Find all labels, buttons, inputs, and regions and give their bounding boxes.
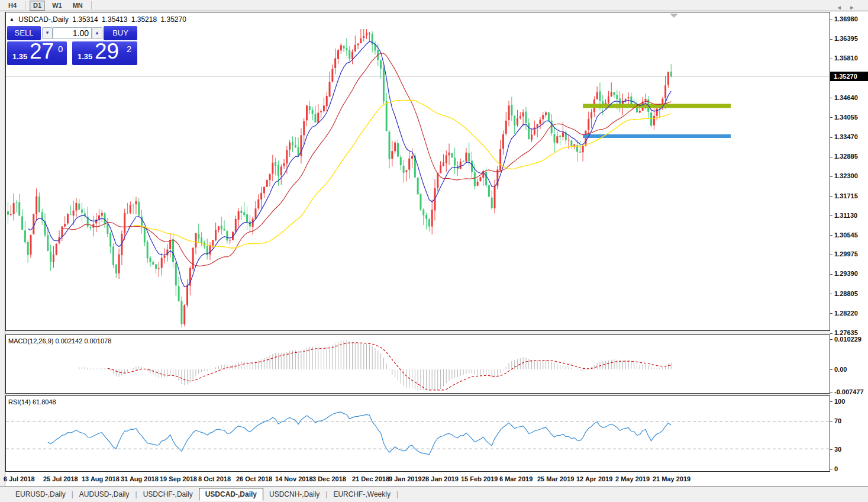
buy-price-box[interactable]: 1.35 29 2	[72, 41, 137, 65]
tab-usdcad-daily[interactable]: USDCAD-,Daily	[199, 488, 263, 501]
price-axis[interactable]: 1.369801.363951.358101.346401.340551.334…	[830, 12, 868, 486]
buy-price-pip: 2	[127, 44, 131, 54]
price-tick-label: 1.34055	[834, 114, 858, 121]
price-tick-mark	[830, 196, 832, 197]
macd-histogram	[79, 340, 671, 390]
collapse-triangle-icon[interactable]: ▲	[9, 17, 14, 22]
date-tick-label: 31 Aug 2018	[121, 475, 159, 482]
price-tick-mark	[830, 235, 832, 236]
lot-size-input[interactable]	[53, 27, 92, 39]
price-tick-mark	[830, 20, 832, 20]
price-tick-label: 1.32885	[834, 153, 858, 160]
tab-audusd-daily[interactable]: AUDUSD-,Daily	[73, 488, 135, 500]
chart-shift-marker-icon[interactable]	[670, 14, 678, 18]
dock-strip	[0, 12, 5, 502]
price-tick-label: 1.32300	[834, 172, 858, 179]
macd-tick-label: -0.007477	[834, 388, 864, 395]
price-tick-mark	[830, 294, 832, 294]
sell-price-main: 27	[30, 39, 54, 64]
timeframe-button-mn[interactable]: MN	[69, 1, 86, 11]
tab-separator: |	[396, 490, 398, 498]
price-tick-mark	[830, 176, 832, 177]
price-tick-mark	[830, 255, 832, 255]
price-tick-label: 1.29390	[834, 270, 858, 277]
chart-header: ▲ USDCAD-,Daily 1.35314 1.35413 1.35218 …	[9, 15, 188, 24]
lot-increase-icon[interactable]: ▲	[92, 27, 102, 39]
date-tick-label: 6 Mar 2019	[499, 475, 533, 482]
timeframe-button-w1[interactable]: W1	[49, 1, 66, 11]
rsi-tick-label: 70	[834, 417, 841, 424]
date-tick-label: 9 Jan 2019	[389, 475, 422, 482]
macd-indicator-label: MACD(12,26,9) 0.002142 0.001078	[8, 337, 111, 345]
price-tick-mark	[830, 98, 832, 98]
chart-symbol-label: USDCAD-,Daily	[18, 15, 69, 24]
tab-eurusd-daily[interactable]: EURUSD-,Daily	[9, 488, 72, 500]
one-click-trade-panel: SELL ▼ ▲ BUY 1.35 27 0 1.35 29 2	[7, 26, 137, 65]
sell-price-pip: 0	[58, 44, 63, 54]
rsi-tick-mark	[830, 449, 832, 450]
sell-button[interactable]: SELL	[7, 26, 41, 40]
tab-scroll-left-icon[interactable]: ◄	[836, 4, 849, 11]
price-tick-label: 1.29975	[834, 250, 858, 258]
moving-average-45	[133, 100, 671, 248]
buy-price-main: 29	[95, 39, 119, 64]
macd-panel[interactable]	[5, 334, 830, 394]
price-tick-mark	[830, 157, 832, 157]
tab-eurchf-weekly[interactable]: EURCHF-,Weekly	[327, 488, 396, 500]
macd-chart[interactable]	[6, 335, 830, 393]
rsi-panel[interactable]	[5, 395, 830, 472]
date-tick-label: 15 Feb 2019	[461, 475, 498, 482]
buy-price-prefix: 1.35	[78, 52, 92, 61]
macd-tick-mark	[830, 339, 832, 340]
chart-tab-bar: EURUSD-,Daily|AUDUSD-,Daily|USDCHF-,Dail…	[0, 486, 868, 502]
rsi-line	[48, 412, 671, 455]
macd-tick-label: 0.00	[834, 366, 847, 373]
rsi-tick-mark	[830, 421, 832, 421]
price-tick-mark	[830, 313, 832, 314]
date-tick-label: 19 Sep 2018	[160, 475, 197, 482]
date-tick-label: 2 May 2019	[615, 475, 650, 482]
rsi-chart[interactable]	[6, 396, 830, 471]
quote-high: 1.35413	[102, 15, 127, 24]
price-tick-label: 1.36980	[834, 15, 858, 22]
terminal-window: H4D1W1MN ▲ USDCAD-,Daily 1.35314 1.35413…	[0, 0, 868, 502]
price-tick-label: 1.28220	[834, 310, 858, 317]
date-tick-label: 25 Jul 2018	[43, 475, 78, 482]
date-tick-label: 12 Apr 2019	[576, 475, 612, 482]
quote-close: 1.35270	[161, 15, 186, 24]
price-tick-mark	[830, 39, 832, 40]
rsi-tick-label: 100	[834, 398, 845, 405]
date-tick-label: 8 Oct 2018	[198, 475, 231, 482]
rsi-tick-label: 30	[834, 446, 841, 453]
timeframe-toolbar: H4D1W1MN	[0, 0, 868, 11]
current-price-box: 1.35270	[830, 72, 868, 81]
price-tick-label: 1.35810	[834, 54, 858, 62]
tab-scroll-buttons: ◄►	[836, 4, 862, 11]
date-tick-label: 3 Dec 2018	[312, 475, 346, 482]
price-tick-mark	[830, 274, 832, 275]
timeframe-button-d1[interactable]: D1	[30, 1, 45, 11]
lot-decrease-icon[interactable]: ▼	[42, 27, 53, 39]
price-tick-mark	[830, 117, 832, 118]
quote-open: 1.35314	[72, 15, 98, 24]
tab-usdcnh-daily[interactable]: USDCNH-,Daily	[263, 488, 325, 500]
macd-signal-line	[108, 343, 671, 390]
date-tick-label: 21 Dec 2018	[352, 475, 389, 482]
rsi-indicator-label: RSI(14) 61.8048	[8, 398, 56, 406]
price-tick-mark	[830, 59, 832, 59]
price-tick-label: 1.28805	[834, 290, 858, 297]
macd-tick-mark	[830, 392, 832, 392]
price-tick-label: 1.36395	[834, 35, 858, 42]
price-tick-mark	[830, 333, 832, 334]
price-tick-mark	[830, 137, 832, 138]
timeframe-button-h4[interactable]: H4	[5, 1, 20, 11]
date-tick-label: 14 Nov 2018	[275, 475, 313, 482]
macd-tick-mark	[830, 369, 832, 370]
buy-button[interactable]: BUY	[104, 26, 137, 40]
date-tick-label: 28 Jan 2019	[422, 475, 459, 482]
tab-scroll-right-icon[interactable]: ►	[849, 4, 862, 11]
tab-usdchf-daily[interactable]: USDCHF-,Daily	[137, 488, 199, 500]
date-tick-label: 13 Aug 2018	[82, 475, 120, 482]
moving-average-20	[62, 53, 671, 266]
sell-price-box[interactable]: 1.35 27 0	[7, 41, 67, 65]
